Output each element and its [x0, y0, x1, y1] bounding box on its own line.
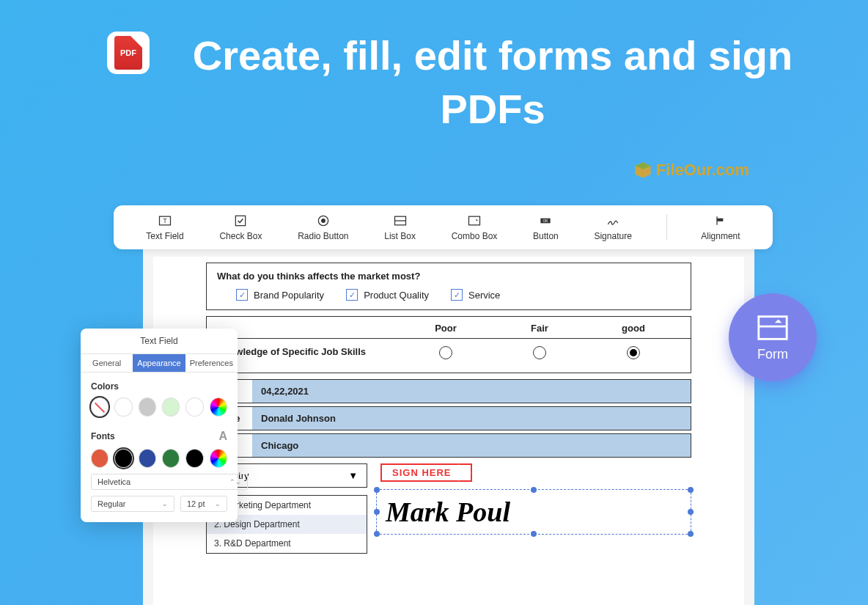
resize-handle[interactable]: [688, 509, 694, 515]
listbox-icon: [393, 213, 408, 228]
watermark: FileOur.com: [633, 160, 749, 180]
tool-signature[interactable]: Signature: [588, 210, 637, 244]
checkbox-product-quality[interactable]: ✓Product Quality: [346, 289, 429, 301]
radio-icon: [316, 213, 331, 228]
svg-point-4: [321, 219, 326, 223]
swatch-lightgreen[interactable]: [162, 397, 180, 417]
tool-check-box[interactable]: Check Box: [213, 210, 268, 244]
radio-fair[interactable]: [533, 346, 546, 359]
question-text: What do you thinks affects the market mo…: [217, 271, 680, 282]
tool-text-field[interactable]: T Text Field: [140, 210, 189, 244]
updown-icon: ⌃⌄: [229, 478, 241, 485]
rating-col-fair: Fair: [493, 323, 586, 334]
list-item[interactable]: 3. R&D Department: [207, 534, 367, 553]
rating-section: Poor Fair good Knowledge of Specific Job…: [206, 316, 691, 373]
form-badge: Form: [729, 293, 817, 381]
resize-handle[interactable]: [531, 487, 537, 493]
resize-handle[interactable]: [688, 487, 694, 493]
svg-rect-11: [717, 219, 723, 221]
field-date: Date 04,22,2021: [206, 379, 691, 403]
hero-title: Create, fill, edit forms and sign PDFs: [176, 29, 809, 136]
tool-label: Alignment: [701, 231, 740, 241]
svg-rect-2: [236, 216, 246, 225]
resize-handle[interactable]: [688, 531, 694, 537]
svg-rect-7: [468, 216, 479, 225]
tab-general[interactable]: General: [81, 354, 133, 372]
svg-text:T: T: [163, 217, 166, 224]
resize-handle[interactable]: [374, 487, 380, 493]
swatch-navy[interactable]: [139, 449, 156, 468]
tool-label: Button: [533, 231, 559, 241]
tool-combo-box[interactable]: Combo Box: [446, 210, 504, 244]
field-input-city[interactable]: Chicago: [252, 434, 691, 457]
font-size-select[interactable]: 12 pt⌄: [180, 496, 227, 512]
font-family-select[interactable]: Helvetica⌃⌄: [91, 474, 248, 490]
tool-label: Check Box: [219, 231, 262, 241]
question-section: What do you thinks affects the market mo…: [206, 263, 691, 310]
fonts-heading: Fonts: [91, 431, 115, 441]
tool-label: Combo Box: [452, 231, 498, 241]
checkbox-icon: [233, 213, 248, 228]
divider: [666, 214, 667, 241]
svg-rect-12: [759, 316, 787, 339]
swatch-black[interactable]: [114, 449, 132, 468]
field-input-date[interactable]: 04,22,2021: [252, 380, 691, 403]
tab-appearance[interactable]: Appearance: [133, 354, 185, 372]
rating-row-label: Knowledge of Specific Job Skills: [217, 346, 399, 362]
resize-handle[interactable]: [531, 531, 537, 537]
form-badge-icon: [756, 313, 790, 342]
signature-text: Mark Poul: [386, 496, 682, 528]
font-weight-select[interactable]: Regular⌄: [91, 496, 174, 512]
form-toolbar: T Text Field Check Box Radio Button List…: [114, 205, 773, 249]
rating-col-good: good: [586, 323, 680, 334]
signature-field[interactable]: Mark Poul: [376, 489, 691, 535]
tool-list-box[interactable]: List Box: [378, 210, 422, 244]
resize-handle[interactable]: [374, 531, 380, 537]
radio-good[interactable]: [627, 346, 640, 359]
text-field-icon: T: [158, 213, 172, 228]
radio-poor[interactable]: [439, 346, 452, 359]
properties-panel: Text Field General Appearance Preference…: [81, 329, 238, 522]
app-icon: PDF: [107, 32, 150, 74]
swatch-none[interactable]: [91, 397, 108, 417]
alignment-icon: [713, 213, 728, 228]
field-input-name[interactable]: Donald Johnson: [252, 407, 691, 430]
check-icon: ✓: [346, 289, 358, 301]
check-icon: ✓: [451, 289, 463, 301]
font-color-swatches: [81, 449, 238, 474]
check-icon: ✓: [236, 289, 248, 301]
tool-button[interactable]: OK Button: [527, 210, 564, 244]
resize-handle[interactable]: [374, 509, 380, 515]
tool-label: Signature: [594, 231, 631, 241]
field-name: Name Donald Johnson: [206, 406, 691, 430]
panel-title: Text Field: [81, 336, 238, 346]
button-icon: OK: [538, 213, 553, 228]
swatch-black2[interactable]: [185, 449, 203, 468]
checkbox-service[interactable]: ✓Service: [451, 289, 500, 301]
pdf-icon: PDF: [114, 36, 142, 70]
colors-heading: Colors: [81, 373, 238, 397]
swatch-custom[interactable]: [210, 397, 227, 417]
tool-alignment[interactable]: Alignment: [695, 210, 746, 244]
chevron-down-icon: ⌄: [215, 500, 221, 507]
swatch-grey[interactable]: [139, 397, 156, 417]
swatch-coral[interactable]: [91, 449, 108, 468]
tool-label: Text Field: [146, 231, 183, 241]
sign-here-stamp: SIGN HERE: [380, 463, 472, 482]
form-badge-label: Form: [757, 347, 788, 362]
chevron-down-icon: ▼: [348, 470, 358, 481]
tool-radio-button[interactable]: Radio Button: [292, 210, 354, 244]
color-swatches: [81, 397, 238, 422]
signature-icon: [606, 213, 620, 228]
rating-col-poor: Poor: [399, 323, 493, 334]
swatch-white2[interactable]: [185, 397, 203, 417]
swatch-white[interactable]: [114, 397, 132, 417]
chevron-down-icon: ⌄: [162, 500, 168, 507]
swatch-green[interactable]: [162, 449, 180, 468]
checkbox-brand-popularity[interactable]: ✓Brand Popularity: [236, 289, 324, 301]
tool-label: Radio Button: [298, 231, 348, 241]
field-city: City Chicago: [206, 433, 691, 458]
swatch-custom[interactable]: [210, 449, 227, 468]
font-style-icon[interactable]: A: [218, 430, 227, 443]
tab-preferences[interactable]: Preferences: [185, 354, 238, 372]
